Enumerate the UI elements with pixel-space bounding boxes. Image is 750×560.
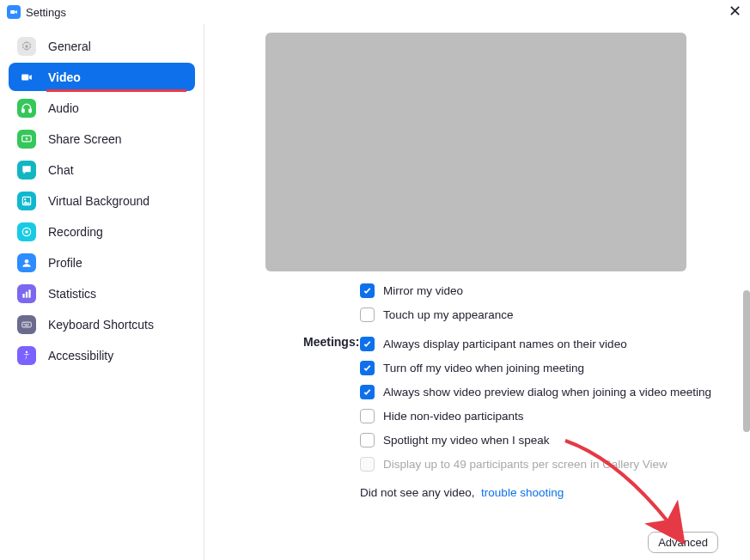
- sidebar-item-keyboard-shortcuts[interactable]: Keyboard Shortcuts: [9, 310, 195, 338]
- svg-rect-15: [26, 323, 27, 324]
- chat-icon: [17, 161, 36, 180]
- checkbox-checked-icon[interactable]: [360, 337, 375, 351]
- checkbox-checked-icon[interactable]: [360, 283, 375, 298]
- sidebar-item-label: Video: [48, 70, 81, 84]
- option-display-names[interactable]: Always display participant names on thei…: [360, 332, 716, 356]
- svg-point-0: [25, 45, 28, 48]
- sidebar-item-share-screen[interactable]: Share Screen: [9, 125, 195, 153]
- sidebar-item-audio[interactable]: Audio: [9, 94, 195, 122]
- accessibility-icon: [17, 346, 36, 365]
- svg-rect-12: [28, 289, 30, 297]
- option-label: Turn off my video when joining meeting: [383, 362, 584, 374]
- option-label: Display up to 49 participants per screen…: [383, 458, 668, 471]
- section-label-meetings: Meetings:: [303, 332, 360, 499]
- sidebar-item-label: Chat: [48, 163, 74, 177]
- annotation-underline: [46, 89, 186, 92]
- option-turn-off-video[interactable]: Turn off my video when joining meeting: [360, 356, 716, 380]
- troubleshoot-link[interactable]: trouble shooting: [481, 486, 564, 499]
- close-button[interactable]: ✕: [729, 3, 741, 19]
- option-label: Always display participant names on thei…: [383, 338, 627, 350]
- sidebar-item-profile[interactable]: Profile: [9, 248, 195, 277]
- option-spotlight[interactable]: Spotlight my video when I speak: [360, 428, 716, 452]
- svg-rect-2: [22, 109, 24, 113]
- sidebar: General Video Audio Share Screen: [0, 24, 204, 560]
- advanced-button[interactable]: Advanced: [648, 532, 718, 553]
- statistics-icon: [17, 284, 36, 303]
- sidebar-item-label: Audio: [48, 101, 79, 115]
- virtual-bg-icon: [17, 192, 36, 210]
- profile-icon: [17, 253, 36, 272]
- option-label: Always show video preview dialog when jo…: [383, 386, 711, 399]
- sidebar-item-label: Statistics: [48, 287, 96, 301]
- sidebar-item-label: Accessibility: [48, 349, 113, 362]
- svg-rect-14: [24, 323, 25, 324]
- checkbox-checked-icon[interactable]: [360, 361, 375, 375]
- svg-rect-11: [26, 291, 27, 297]
- sidebar-item-accessibility[interactable]: Accessibility: [9, 341, 195, 369]
- main-panel: Mirror my video Touch up my appearance M…: [204, 24, 750, 560]
- option-preview-dialog[interactable]: Always show video preview dialog when jo…: [360, 380, 716, 404]
- recording-icon: [17, 222, 36, 241]
- sidebar-item-virtual-background[interactable]: Virtual Background: [9, 186, 195, 215]
- sidebar-item-general[interactable]: General: [9, 32, 195, 60]
- video-preview: [265, 33, 686, 271]
- option-label: Spotlight my video when I speak: [383, 434, 550, 447]
- svg-point-8: [25, 230, 28, 234]
- sidebar-item-label: Virtual Background: [48, 194, 149, 208]
- option-touch-up[interactable]: Touch up my appearance: [360, 302, 716, 326]
- svg-point-6: [24, 198, 26, 200]
- svg-rect-1: [21, 74, 28, 80]
- checkbox-unchecked-icon[interactable]: [360, 307, 375, 322]
- svg-rect-3: [29, 109, 31, 113]
- sidebar-item-statistics[interactable]: Statistics: [9, 279, 195, 307]
- video-icon: [17, 68, 36, 87]
- checkbox-checked-icon[interactable]: [360, 385, 375, 399]
- sidebar-item-label: Keyboard Shortcuts: [48, 318, 154, 332]
- svg-point-18: [26, 350, 27, 352]
- svg-rect-17: [25, 325, 29, 326]
- window-title: Settings: [26, 6, 66, 19]
- svg-point-9: [25, 259, 29, 263]
- option-label: Touch up my appearance: [383, 308, 514, 321]
- sidebar-item-label: Share Screen: [48, 132, 122, 146]
- headphones-icon: [17, 99, 36, 118]
- share-screen-icon: [17, 130, 36, 149]
- option-49-participants: Display up to 49 participants per screen…: [360, 452, 716, 476]
- option-label: Mirror my video: [383, 284, 463, 297]
- gear-icon: [17, 37, 36, 56]
- zoom-app-icon: [7, 5, 21, 19]
- svg-rect-10: [22, 294, 24, 298]
- sidebar-item-recording[interactable]: Recording: [9, 217, 195, 246]
- sidebar-item-video[interactable]: Video: [9, 63, 195, 91]
- svg-rect-16: [27, 323, 28, 324]
- scrollbar[interactable]: [743, 290, 750, 432]
- checkbox-unchecked-icon[interactable]: [360, 433, 375, 447]
- option-hide-nonvideo[interactable]: Hide non-video participants: [360, 404, 716, 428]
- sidebar-item-label: Recording: [48, 225, 103, 239]
- checkbox-disabled-icon: [360, 457, 375, 472]
- sidebar-item-label: Profile: [48, 256, 82, 270]
- keyboard-icon: [17, 315, 36, 334]
- title-bar: Settings ✕: [0, 0, 750, 24]
- option-mirror-video[interactable]: Mirror my video: [360, 278, 716, 302]
- checkbox-unchecked-icon[interactable]: [360, 409, 375, 423]
- sidebar-item-label: General: [48, 40, 91, 53]
- sidebar-item-chat[interactable]: Chat: [9, 155, 195, 184]
- option-label: Hide non-video participants: [383, 410, 524, 423]
- help-text: Did not see any video, trouble shooting: [360, 486, 716, 499]
